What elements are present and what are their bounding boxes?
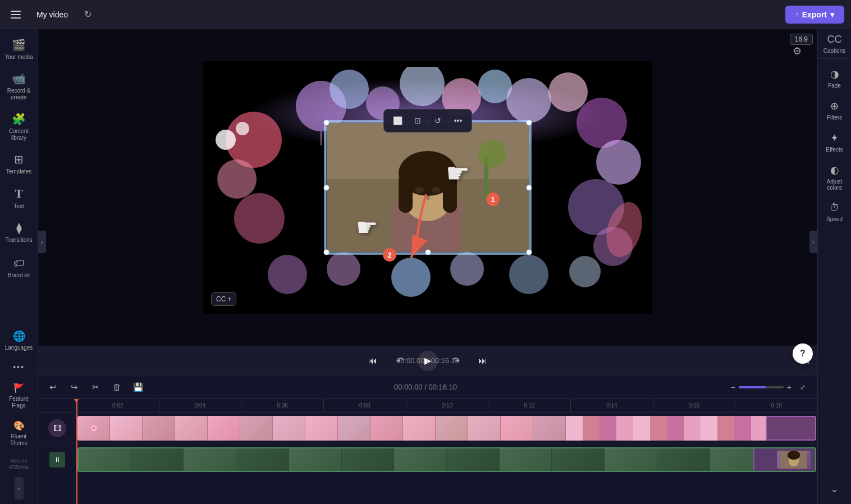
video-frame-thumb: [605, 448, 657, 471]
skip-start-button[interactable]: ⏮: [364, 352, 382, 370]
right-item-speed[interactable]: ⏱ Speed: [820, 198, 849, 227]
fit-button[interactable]: ⊡: [410, 113, 425, 129]
ruler-mark-8: 0:18: [735, 399, 817, 412]
timeline-toolbar: ↩ ↪ ✂ 🗑 💾 00:00.00 / 00:16.10 − + ⤢: [38, 375, 817, 399]
save-button[interactable]: 💾: [130, 379, 146, 395]
redo-button[interactable]: ↪: [66, 379, 82, 395]
zoom-slider[interactable]: [739, 386, 784, 388]
video-track-clip[interactable]: [77, 447, 816, 472]
cut-button[interactable]: ✂: [88, 379, 103, 395]
export-button[interactable]: ↑ Export ▾: [785, 6, 844, 24]
left-expand-button[interactable]: ›: [38, 231, 46, 253]
video-frame-thumb: [342, 448, 395, 471]
video-frame-thumb: [131, 448, 184, 471]
video-end-section: [753, 448, 815, 471]
video-track-pause-btn[interactable]: ⏸: [49, 452, 65, 468]
fit-timeline-button[interactable]: ⤢: [795, 379, 811, 395]
brand-kit-icon: 🏷: [13, 257, 25, 270]
ruler-mark-5: 0:12: [488, 399, 570, 412]
right-item-effects[interactable]: ✦ Effects: [820, 127, 849, 157]
video-frame-thumb: [447, 448, 500, 471]
svg-point-43: [788, 451, 800, 460]
delete-button[interactable]: 🗑: [109, 379, 125, 395]
sticker-track-content[interactable]: 🌸: [76, 416, 817, 441]
sidebar-item-fluent-theme[interactable]: 🎨 FluentTheme: [2, 416, 36, 451]
crop-button[interactable]: ⬜: [390, 113, 405, 129]
undo-button[interactable]: ↩: [45, 379, 61, 395]
sticker-end-box[interactable]: [766, 416, 816, 441]
sidebar-item-templates[interactable]: ⊞ Templates: [2, 148, 36, 180]
right-item-fade[interactable]: ◑ Fade: [820, 63, 849, 93]
cc-button[interactable]: CC +: [211, 292, 236, 306]
skip-end-button[interactable]: ⏭: [474, 352, 492, 370]
languages-icon: 🌐: [13, 330, 25, 342]
sticker-frame: [533, 416, 566, 441]
right-decoration-svg: [557, 95, 647, 274]
right-item-label-filters: Filters: [827, 114, 842, 121]
svg-point-17: [596, 140, 641, 185]
video-frame-thumb: [184, 448, 236, 471]
ruler-mark-3: 0:08: [323, 399, 406, 412]
sidebar-item-transitions[interactable]: ⧫ Transitions: [2, 217, 36, 248]
right-item-adjust-colors[interactable]: ◐ Adjustcolors: [820, 159, 849, 195]
video-track-content[interactable]: [76, 447, 817, 472]
help-button[interactable]: ?: [793, 343, 813, 364]
templates-icon: ⊞: [14, 153, 24, 166]
left-sidebar: 🎬 Your media 📹 Record &create 🧩 Contentl…: [0, 29, 38, 504]
refresh-button[interactable]: ↻: [80, 7, 95, 22]
aspect-ratio-badge[interactable]: 16:9: [790, 34, 813, 45]
captions-section: CC Captions: [818, 34, 851, 59]
rotate-button[interactable]: ↺: [430, 113, 446, 129]
video-frames: [79, 448, 815, 471]
svg-point-37: [425, 195, 430, 200]
sticker-frames: 🌸: [77, 416, 816, 441]
video-frame-thumb: [79, 448, 131, 471]
zoom-in-button[interactable]: +: [787, 383, 791, 392]
right-item-label-effects: Effects: [826, 146, 843, 153]
svg-point-25: [509, 255, 548, 294]
right-sidebar-collapse-button[interactable]: ⌄: [826, 478, 843, 500]
svg-point-16: [577, 98, 627, 148]
svg-point-36: [432, 187, 441, 194]
sidebar-expand-button[interactable]: ›: [15, 477, 24, 500]
svg-point-39: [478, 140, 506, 168]
person-svg: [327, 123, 529, 252]
sidebar-item-languages[interactable]: 🌐 Languages: [2, 326, 36, 356]
time-display: 00:00.00 / 00:16.10: [396, 356, 459, 365]
svg-rect-33: [399, 173, 413, 213]
preview-settings-button[interactable]: ⚙: [793, 45, 802, 57]
zoom-out-button[interactable]: −: [731, 383, 735, 392]
effects-icon: ✦: [830, 132, 839, 144]
sidebar-item-record-create[interactable]: 📹 Record &create: [2, 67, 36, 106]
right-expand-button[interactable]: ‹: [809, 231, 817, 253]
sidebar-item-brand-kit[interactable]: 🏷 Brand kit: [2, 253, 36, 283]
sticker-frame: [175, 416, 208, 441]
sidebar-item-feature-flags[interactable]: 🚩 FeatureFlags: [2, 378, 36, 414]
right-item-filters[interactable]: ⊕ Filters: [820, 95, 849, 125]
cc-icon: CC: [216, 295, 226, 303]
more-options-button[interactable]: •••: [450, 113, 466, 129]
menu-button[interactable]: [7, 6, 25, 24]
sidebar-item-text[interactable]: T Text: [2, 182, 36, 214]
sidebar-item-more[interactable]: •••: [2, 358, 36, 376]
sidebar-item-content-library[interactable]: 🧩 Contentlibrary: [2, 108, 36, 146]
captions-label: Captions: [823, 48, 845, 54]
sticker-track-icon: 🎞: [48, 419, 66, 437]
ruler-mark-1: 0:04: [159, 399, 241, 412]
timeline-playhead[interactable]: [76, 399, 77, 412]
sidebar-item-your-media[interactable]: 🎬 Your media: [2, 34, 36, 65]
sidebar-item-label-templates: Templates: [6, 168, 32, 175]
playhead-triangle: [74, 399, 79, 403]
sticker-track-clip[interactable]: 🌸: [77, 416, 816, 441]
sticker-frame: [370, 416, 403, 441]
sticker-frame: [240, 416, 273, 441]
project-name[interactable]: My video: [31, 7, 73, 22]
video-track-row: ⏸: [38, 444, 817, 475]
svg-point-22: [327, 252, 360, 286]
sidebar-item-label-brand-kit: Brand kit: [8, 272, 30, 279]
sticker-frame: [143, 416, 175, 441]
video-frame: [327, 123, 529, 252]
sticker-frame: [468, 416, 501, 441]
text-icon: T: [15, 186, 23, 201]
fluent-theme-icon: 🎨: [13, 420, 25, 431]
